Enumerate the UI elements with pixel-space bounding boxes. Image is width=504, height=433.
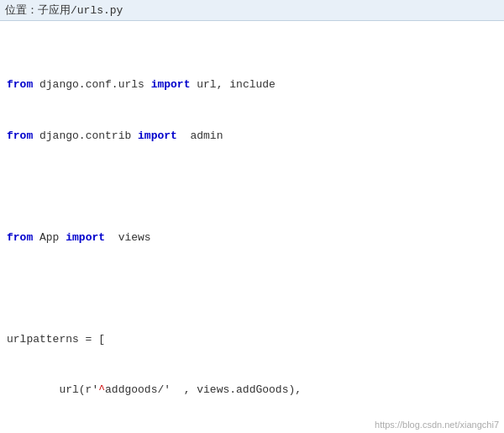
code-line-3: from App import views (7, 230, 497, 246)
code-text: django.conf.urls (33, 78, 150, 91)
keyword-import-3: import (66, 231, 105, 244)
code-line-1: from django.conf.urls import url, includ… (7, 77, 497, 93)
keyword-from-3: from (7, 231, 33, 244)
keyword-from-1: from (7, 78, 33, 91)
code-text: views (105, 231, 151, 244)
code-text: django.contrib (33, 129, 138, 142)
code-text: url(r'^addgoods/' , views.addGoods), (7, 383, 302, 396)
keyword-import-1: import (151, 78, 191, 91)
code-text: App (33, 231, 66, 244)
keyword-import-2: import (138, 129, 177, 142)
breadcrumb: 位置：子应用/urls.py (0, 0, 504, 21)
code-line-2: from django.contrib import admin (7, 128, 497, 145)
breadcrumb-text: 位置：子应用/urls.py (5, 4, 123, 17)
keyword-from-2: from (7, 129, 33, 142)
code-line-5: url(r'^addgoods/' , views.addGoods), (7, 382, 497, 399)
watermark: https://blog.csdn.net/xiangchi7 (375, 420, 499, 430)
main-container: 位置：子应用/urls.py from django.conf.urls imp… (0, 0, 504, 433)
code-line-blank-2 (7, 280, 497, 297)
code-block: from django.conf.urls import url, includ… (0, 21, 504, 433)
code-line-blank-1 (7, 178, 497, 195)
code-text: url, include (190, 78, 275, 91)
code-text: urlpatterns = [ (7, 333, 105, 346)
code-line-4: urlpatterns = [ (7, 331, 497, 348)
code-text: admin (177, 129, 223, 142)
